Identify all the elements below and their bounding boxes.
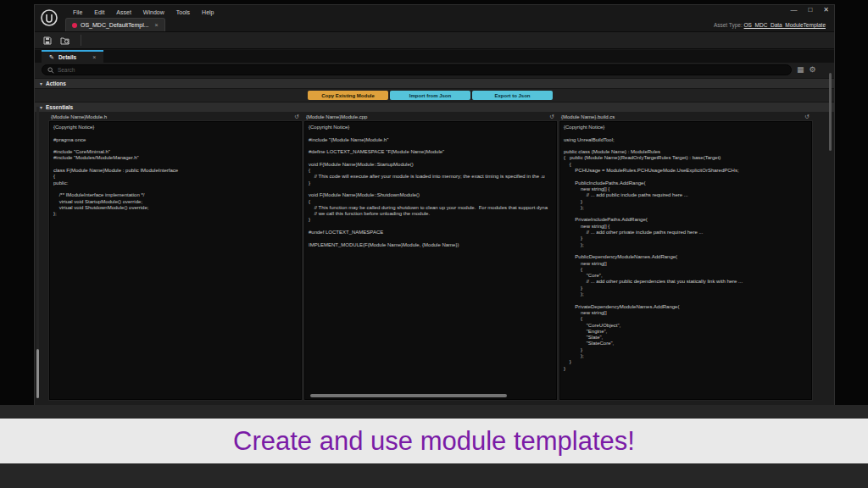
details-tab[interactable]: ✎ Details × — [42, 50, 103, 63]
import-from-json-button[interactable]: Import from Json — [390, 91, 470, 100]
toolbar-separator — [81, 35, 81, 46]
essentials-category-header[interactable]: ▾ Essentials — [35, 102, 834, 112]
build-cs-code-text: {Copyright Notice} using UnrealBuildTool… — [560, 122, 811, 374]
reset-to-default-icon[interactable]: ↺ — [295, 114, 299, 120]
display-filter-grid-icon[interactable]: ▦ — [797, 66, 804, 74]
chevron-down-icon: ▾ — [40, 104, 42, 110]
toolbar — [35, 31, 834, 49]
module-cpp-code-text: {Copyright Notice} #include "{Module Nam… — [305, 122, 556, 251]
asset-color-dot-icon — [72, 23, 77, 28]
actions-category-header[interactable]: ▾ Actions — [35, 78, 834, 88]
menu-item-window[interactable]: Window — [137, 9, 170, 15]
module-h-code-box[interactable]: {Copyright Notice} #pragma once #include… — [49, 121, 302, 400]
search-input[interactable] — [58, 67, 786, 73]
pencil-icon: ✎ — [49, 54, 54, 61]
asset-tab-label: OS_MDC_DefaultTempl... — [81, 22, 149, 28]
actions-category-label: Actions — [46, 80, 66, 86]
export-to-json-button[interactable]: Export to Json — [472, 91, 553, 100]
minimize-button[interactable]: — — [790, 6, 797, 14]
left-scrollbar-thumb[interactable] — [36, 349, 39, 398]
asset-type-caption: Asset Type: OS_MDC_Data_ModuleTemplate — [714, 22, 826, 28]
settings-gear-icon[interactable]: ⚙ — [810, 66, 816, 74]
asset-type-label: Asset Type: — [714, 22, 743, 28]
browse-to-asset-icon[interactable] — [60, 36, 70, 45]
asset-editor-tab[interactable]: OS_MDC_DefaultTempl... × — [65, 18, 165, 31]
actions-row: Copy Existing Module Import from Json Ex… — [35, 88, 834, 102]
horizontal-scrollbar-thumb[interactable] — [310, 394, 507, 397]
maximize-button[interactable]: □ — [808, 6, 812, 14]
menu-bar: File Edit Asset Window Tools Help — [67, 6, 220, 18]
reset-to-default-icon[interactable]: ↺ — [805, 114, 810, 120]
details-tab-close-icon[interactable]: × — [92, 54, 96, 60]
asset-type-link[interactable]: OS_MDC_Data_ModuleTemplate — [744, 22, 826, 28]
right-scrollbar-thumb[interactable] — [829, 73, 832, 151]
build-cs-code-box[interactable]: {Copyright Notice} using UnrealBuildTool… — [559, 121, 812, 400]
unreal-engine-logo-icon — [39, 8, 59, 28]
close-button[interactable]: ✕ — [823, 6, 829, 14]
module-cpp-property-label: {Module Name}Module.cpp — [306, 114, 367, 119]
menu-item-asset[interactable]: Asset — [110, 9, 137, 15]
essentials-category-label: Essentials — [46, 104, 73, 110]
chevron-down-icon: ▾ — [40, 80, 42, 86]
module-cpp-code-box[interactable]: {Copyright Notice} #include "{Module Nam… — [304, 121, 557, 400]
save-icon[interactable] — [43, 36, 52, 45]
menu-item-help[interactable]: Help — [196, 9, 220, 15]
menu-item-file[interactable]: File — [67, 9, 88, 15]
reset-to-default-icon[interactable]: ↺ — [550, 114, 554, 120]
copy-existing-module-button[interactable]: Copy Existing Module — [308, 91, 388, 100]
details-tab-label: Details — [58, 54, 76, 60]
menu-item-edit[interactable]: Edit — [88, 9, 110, 15]
caption-text: Create and use module templates! — [233, 426, 635, 457]
unreal-editor-window: File Edit Asset Window Tools Help — □ ✕ … — [34, 4, 835, 405]
module-h-property-label: {Module Name}Module.h — [51, 114, 107, 119]
caption-banner: Create and use module templates! — [0, 419, 868, 463]
module-header-column: {Module Name}Module.h ↺ {Copyright Notic… — [49, 113, 302, 405]
search-row: ▦ ⚙ — [35, 63, 834, 77]
asset-tab-row: OS_MDC_DefaultTempl... × — [65, 18, 165, 31]
window-controls: — □ ✕ — [790, 6, 829, 14]
module-template-columns: {Module Name}Module.h ↺ {Copyright Notic… — [35, 112, 834, 405]
module-h-code-text: {Copyright Notice} #pragma once #include… — [50, 122, 301, 219]
module-cpp-column: {Module Name}Module.cpp ↺ {Copyright Not… — [304, 113, 557, 405]
tab-close-icon[interactable]: × — [155, 22, 159, 28]
details-tab-strip: ✎ Details × — [35, 50, 834, 63]
menu-item-tools[interactable]: Tools — [170, 9, 196, 15]
search-box[interactable] — [42, 64, 792, 75]
details-panel: ✎ Details × ▦ ⚙ ▾ Actions — [35, 50, 834, 406]
build-cs-property-label: {Module Name}.build.cs — [561, 114, 615, 119]
build-cs-column: {Module Name}.build.cs ↺ {Copyright Noti… — [559, 113, 812, 405]
search-icon — [47, 67, 54, 74]
